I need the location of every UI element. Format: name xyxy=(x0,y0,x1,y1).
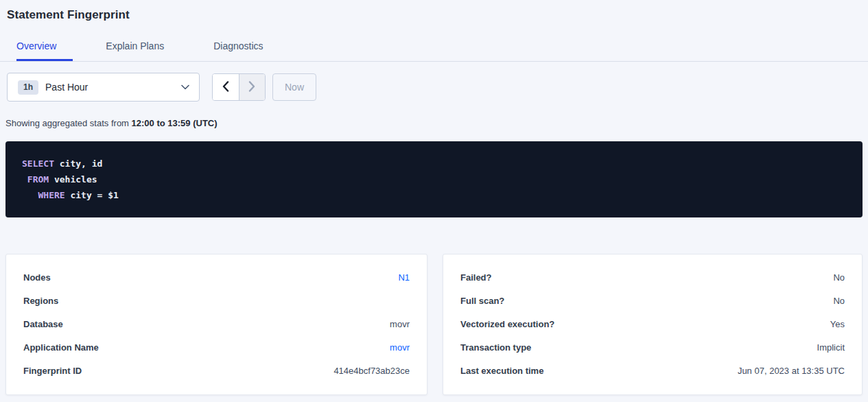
sql-indent xyxy=(22,190,38,200)
duration-badge: 1h xyxy=(18,80,38,95)
row-label: Fingerprint ID xyxy=(23,366,82,376)
row-label: Regions xyxy=(23,296,58,306)
row-label: Vectorized execution? xyxy=(460,319,554,329)
sql-line: WHERE city = $1 xyxy=(22,187,846,203)
next-time-range-button[interactable] xyxy=(239,74,266,100)
sql-indent xyxy=(22,174,27,185)
card-row-nodes: Nodes N1 xyxy=(23,265,410,289)
card-row-transaction-type: Transaction type Implicit xyxy=(460,335,845,359)
statement-fingerprint-page: Statement Fingerprint Overview Explain P… xyxy=(0,8,868,395)
sql-text: city, id xyxy=(54,158,102,169)
nodes-link[interactable]: N1 xyxy=(398,272,410,283)
chevron-right-icon xyxy=(248,81,255,94)
page-title: Statement Fingerprint xyxy=(7,8,868,22)
row-label: Transaction type xyxy=(460,342,531,353)
now-button[interactable]: Now xyxy=(272,73,316,101)
time-range-label: Past Hour xyxy=(45,82,88,93)
sql-line: FROM vehicles xyxy=(22,172,846,187)
sql-statement-box: SELECT city, id FROM vehicles WHERE city… xyxy=(5,141,863,217)
row-value: No xyxy=(833,272,845,283)
statement-details-card: Nodes N1 Regions Database movr Applicati… xyxy=(5,254,427,395)
tab-explain-plans[interactable]: Explain Plans xyxy=(106,40,180,61)
row-value: No xyxy=(833,296,845,306)
row-value: 414e4bcf73ab23ce xyxy=(333,366,410,376)
sql-keyword: FROM xyxy=(27,174,49,185)
sql-text: city = $1 xyxy=(65,190,119,200)
row-value: Implicit xyxy=(817,342,845,353)
previous-time-range-button[interactable] xyxy=(213,74,239,100)
row-label: Database xyxy=(23,319,63,329)
card-row-application-name: Application Name movr xyxy=(23,335,410,359)
card-row-full-scan: Full scan? No xyxy=(460,289,845,312)
card-row-failed: Failed? No xyxy=(460,265,845,289)
time-range-arrows xyxy=(212,73,266,101)
stats-line-range: 12:00 to 13:59 (UTC) xyxy=(132,118,218,128)
row-label: Last execution time xyxy=(460,366,543,376)
chevron-left-icon xyxy=(222,81,229,94)
execution-attributes-card: Failed? No Full scan? No Vectorized exec… xyxy=(443,254,863,395)
row-label: Failed? xyxy=(460,272,492,283)
row-value: movr xyxy=(390,319,410,329)
card-row-database: Database movr xyxy=(23,312,410,335)
application-name-link[interactable]: movr xyxy=(390,342,410,353)
card-row-regions: Regions xyxy=(23,289,410,312)
chevron-down-icon xyxy=(181,84,189,90)
card-row-fingerprint-id: Fingerprint ID 414e4bcf73ab23ce xyxy=(23,359,410,382)
summary-cards: Nodes N1 Regions Database movr Applicati… xyxy=(5,254,863,395)
card-row-last-execution-time: Last execution time Jun 07, 2023 at 13:3… xyxy=(460,359,845,382)
row-value: Yes xyxy=(830,319,845,329)
row-label: Application Name xyxy=(23,342,99,353)
sql-text: vehicles xyxy=(49,174,97,185)
time-toolbar: 1h Past Hour Now xyxy=(7,73,868,102)
tab-bar: Overview Explain Plans Diagnostics xyxy=(0,40,868,62)
sql-keyword: SELECT xyxy=(22,158,54,169)
stats-line-prefix: Showing aggregated stats from xyxy=(5,118,132,128)
row-value: Jun 07, 2023 at 13:35 UTC xyxy=(738,366,845,376)
row-label: Full scan? xyxy=(460,296,504,306)
card-row-vectorized-execution: Vectorized execution? Yes xyxy=(460,312,845,335)
sql-line: SELECT city, id xyxy=(22,156,846,172)
tab-overview[interactable]: Overview xyxy=(16,40,73,61)
sql-keyword: WHERE xyxy=(38,190,64,200)
aggregated-stats-line: Showing aggregated stats from 12:00 to 1… xyxy=(5,118,868,128)
time-range-dropdown[interactable]: 1h Past Hour xyxy=(7,73,200,102)
row-label: Nodes xyxy=(23,272,51,283)
tab-diagnostics[interactable]: Diagnostics xyxy=(213,40,279,61)
